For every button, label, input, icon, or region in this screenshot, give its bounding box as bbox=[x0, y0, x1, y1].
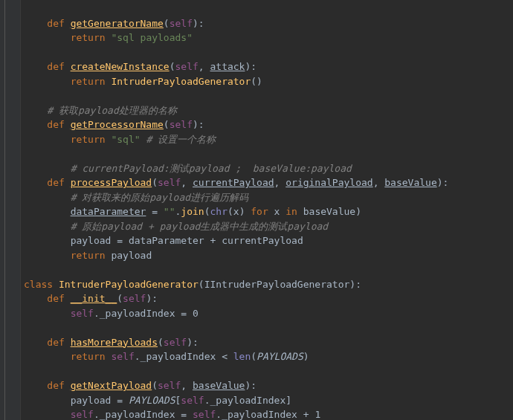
code-line: return "sql" # 设置一个名称 bbox=[24, 134, 216, 145]
code-line: self._payloadIndex = self._payloadIndex … bbox=[24, 409, 320, 420]
code-line: return self._payloadIndex < len(PAYLOADS… bbox=[24, 351, 309, 362]
code-line: # 原始payload + payload生成器中生成的测试payload bbox=[24, 221, 328, 232]
code-line: return IntruderPayloadGenerator() bbox=[24, 76, 262, 87]
code-line bbox=[24, 47, 30, 58]
code-line: def getNextPayload(self, baseValue): bbox=[24, 380, 256, 391]
code-line: def getGeneratorName(self): bbox=[24, 18, 204, 29]
code-line: self._payloadIndex = 0 bbox=[24, 308, 199, 319]
code-line: def processPayload(self, currentPayload,… bbox=[24, 177, 448, 188]
code-line: return "sql payloads" bbox=[24, 32, 193, 43]
gutter bbox=[0, 0, 21, 420]
code-editor[interactable]: def getGeneratorName(self): return "sql … bbox=[21, 1, 448, 420]
code-line: # currentPayload:测试payload ; baseValue:p… bbox=[24, 163, 352, 174]
code-line: # 对获取来的原始payload进行遍历解码 bbox=[24, 192, 248, 203]
code-line: def createNewInstance(self, attack): bbox=[24, 61, 256, 72]
code-line bbox=[24, 90, 30, 101]
code-line bbox=[24, 366, 30, 377]
code-line: payload = dataParameter + currentPayload bbox=[24, 235, 303, 246]
code-line: payload = PAYLOADS[self._payloadIndex] bbox=[24, 395, 291, 406]
code-line bbox=[24, 148, 30, 159]
code-line: def __init__(self): bbox=[24, 293, 158, 304]
code-line: class IntruderPayloadGenerator(IIntruder… bbox=[24, 279, 361, 290]
code-line: def getProcessorName(self): bbox=[24, 119, 204, 130]
code-line: # 获取payload处理器的名称 bbox=[24, 105, 177, 116]
code-line: def hasMorePayloads(self): bbox=[24, 337, 199, 348]
code-line: return payload bbox=[24, 250, 152, 261]
code-line: dataParameter = "".join(chr(x) for x in … bbox=[24, 206, 361, 217]
code-line bbox=[24, 322, 30, 333]
code-line bbox=[24, 264, 30, 275]
